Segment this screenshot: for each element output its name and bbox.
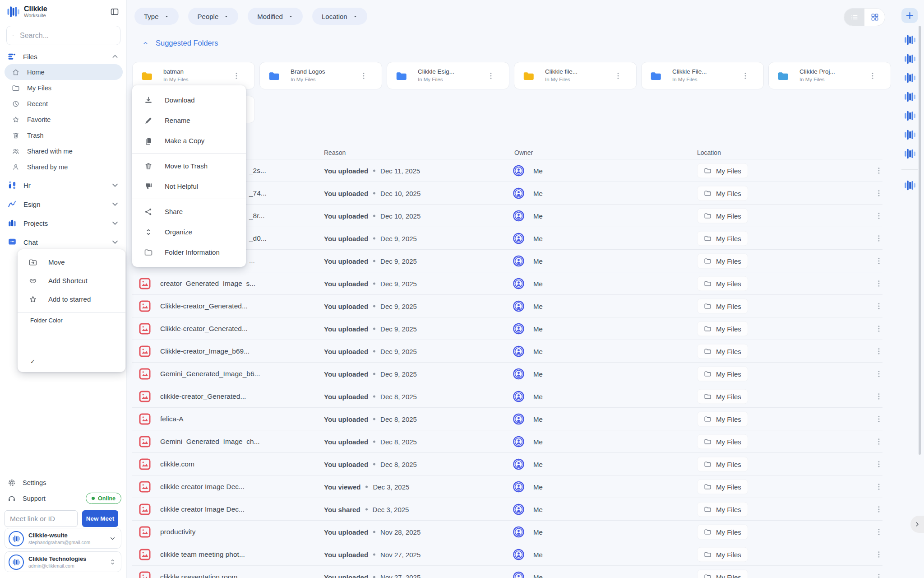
color-swatch[interactable] xyxy=(44,328,52,337)
color-swatch[interactable] xyxy=(90,343,98,351)
kebab-menu-icon[interactable] xyxy=(874,369,883,378)
kebab-menu-icon[interactable] xyxy=(874,324,883,333)
table-row[interactable]: productivity You uploaded Nov 28, 2025 M… xyxy=(132,521,882,543)
kebab-menu-icon[interactable] xyxy=(874,437,883,446)
files-section-header[interactable]: Files xyxy=(7,51,120,62)
file-location[interactable]: My Files xyxy=(697,479,748,494)
context-menu-item[interactable]: Organize xyxy=(132,222,246,242)
create-new-button[interactable] xyxy=(901,8,918,23)
account-card[interactable]: Clikkle-wsuite stephandgraham@gmail.com xyxy=(5,528,121,549)
file-location[interactable]: My Files xyxy=(697,434,748,449)
sidebar-item[interactable]: Home xyxy=(5,64,123,80)
kebab-menu-icon[interactable] xyxy=(741,71,750,80)
file-location[interactable]: My Files xyxy=(697,276,748,291)
new-meet-button[interactable]: New Meet xyxy=(82,510,118,527)
context-menu-item[interactable]: Move to Trash xyxy=(132,156,246,176)
sidebar-module[interactable]: Projects xyxy=(5,214,123,233)
file-location[interactable]: My Files xyxy=(697,231,748,246)
table-row[interactable]: clikkle.com You uploaded Dec 8, 2025 Me … xyxy=(132,453,882,475)
kebab-menu-icon[interactable] xyxy=(874,550,883,559)
context-menu-item[interactable]: Make a Copy xyxy=(132,131,246,151)
color-swatch[interactable] xyxy=(90,328,98,337)
file-location[interactable]: My Files xyxy=(697,344,748,359)
chevron-up-icon[interactable] xyxy=(111,52,120,61)
file-location[interactable]: My Files xyxy=(697,457,748,471)
sidebar-module[interactable]: Esign xyxy=(5,195,123,214)
view-toggle-option[interactable] xyxy=(844,9,864,26)
kebab-menu-icon[interactable] xyxy=(874,573,883,578)
scrollbar[interactable] xyxy=(919,26,921,455)
file-location[interactable]: My Files xyxy=(697,163,748,178)
search-box[interactable] xyxy=(6,26,120,45)
color-swatch[interactable] xyxy=(105,343,114,351)
color-swatch[interactable] xyxy=(74,343,83,351)
kebab-menu-icon[interactable] xyxy=(868,71,877,80)
color-swatch[interactable] xyxy=(59,343,68,351)
kebab-menu-icon[interactable] xyxy=(486,71,495,80)
sidebar-item[interactable]: My Files xyxy=(5,80,123,96)
table-row[interactable]: clikkle team meeting phot... You uploade… xyxy=(132,543,882,566)
folder-menu-item[interactable]: Add to starred xyxy=(18,290,125,308)
file-location[interactable]: My Files xyxy=(697,208,748,223)
file-location[interactable]: My Files xyxy=(697,298,748,313)
color-swatch[interactable] xyxy=(44,357,52,366)
filter-dropdown[interactable]: Type xyxy=(134,8,179,25)
folder-card[interactable]: Clikkle Esig... In My Files xyxy=(387,62,509,89)
account-card[interactable]: Clikkle Technologies admin@clikkmail.com xyxy=(5,551,121,572)
unfold-icon[interactable] xyxy=(109,558,116,566)
kebab-menu-icon[interactable] xyxy=(874,392,883,401)
table-row[interactable]: clikkle-creator_Generated... You uploade… xyxy=(132,385,882,408)
table-row[interactable]: Gemini_Generated_Image_b6... You uploade… xyxy=(132,363,882,385)
chevron-down-icon[interactable] xyxy=(110,199,120,209)
color-swatch[interactable] xyxy=(59,328,68,337)
color-swatch[interactable] xyxy=(105,328,114,337)
folder-card[interactable]: Brand Logos In My Files xyxy=(259,62,382,89)
chevron-down-icon[interactable] xyxy=(110,218,120,228)
support-row[interactable]: Support Online xyxy=(7,491,120,506)
kebab-menu-icon[interactable] xyxy=(874,302,883,311)
context-menu-item[interactable]: Not Helpful xyxy=(132,176,246,196)
color-swatch[interactable] xyxy=(74,357,83,366)
sidebar-item[interactable]: Shared with me xyxy=(5,143,123,159)
kebab-menu-icon[interactable] xyxy=(874,256,883,266)
color-swatch[interactable] xyxy=(90,357,98,366)
file-location[interactable]: My Files xyxy=(697,411,748,426)
table-row[interactable]: Clikkle-creator_Image_b69... You uploade… xyxy=(132,340,882,363)
sidebar-module[interactable]: Hr xyxy=(5,176,123,195)
filter-dropdown[interactable]: People xyxy=(188,8,239,25)
table-row[interactable]: clikkle presentation room You uploaded N… xyxy=(132,566,882,578)
kebab-menu-icon[interactable] xyxy=(874,211,883,220)
folder-menu-item[interactable]: Add Shortcut xyxy=(18,271,125,290)
kebab-menu-icon[interactable] xyxy=(874,460,883,469)
kebab-menu-icon[interactable] xyxy=(874,189,883,198)
color-swatch[interactable] xyxy=(105,357,114,366)
folder-card[interactable]: Clikkle Proj... In My Files xyxy=(768,62,891,89)
folder-card[interactable]: Clikkle file... In My Files xyxy=(514,62,637,89)
file-location[interactable]: My Files xyxy=(697,547,748,562)
sidebar-collapse-icon[interactable] xyxy=(110,7,119,16)
kebab-menu-icon[interactable] xyxy=(874,415,883,424)
chevron-down-icon[interactable] xyxy=(110,180,120,190)
kebab-menu-icon[interactable] xyxy=(232,71,241,80)
expand-panel-button[interactable] xyxy=(910,516,924,533)
file-location[interactable]: My Files xyxy=(697,389,748,404)
color-swatch[interactable] xyxy=(28,343,37,351)
kebab-menu-icon[interactable] xyxy=(874,166,883,175)
sidebar-item[interactable]: Recent xyxy=(5,96,123,112)
folder-menu-item[interactable]: Move xyxy=(18,253,125,271)
folder-card[interactable]: Clikkle File... In My Files xyxy=(641,62,764,89)
table-row[interactable]: felica-A You uploaded Dec 8, 2025 Me My … xyxy=(132,408,882,430)
kebab-menu-icon[interactable] xyxy=(359,71,368,80)
filter-dropdown[interactable]: Modified xyxy=(248,8,303,25)
color-swatch[interactable] xyxy=(59,357,68,366)
table-row[interactable]: Clikkle-creator_Generated... You uploade… xyxy=(132,317,882,340)
color-swatch[interactable] xyxy=(28,328,37,337)
view-toggle-option[interactable] xyxy=(864,9,885,26)
kebab-menu-icon[interactable] xyxy=(874,347,883,356)
table-row[interactable]: clikkle creator Image Dec... You viewed … xyxy=(132,475,882,498)
context-menu-item[interactable]: Rename xyxy=(132,110,246,131)
filter-dropdown[interactable]: Location xyxy=(312,8,367,25)
suggested-folders-header[interactable]: Suggested Folders xyxy=(142,39,218,47)
file-location[interactable]: My Files xyxy=(697,186,748,200)
color-swatch[interactable] xyxy=(28,357,37,366)
